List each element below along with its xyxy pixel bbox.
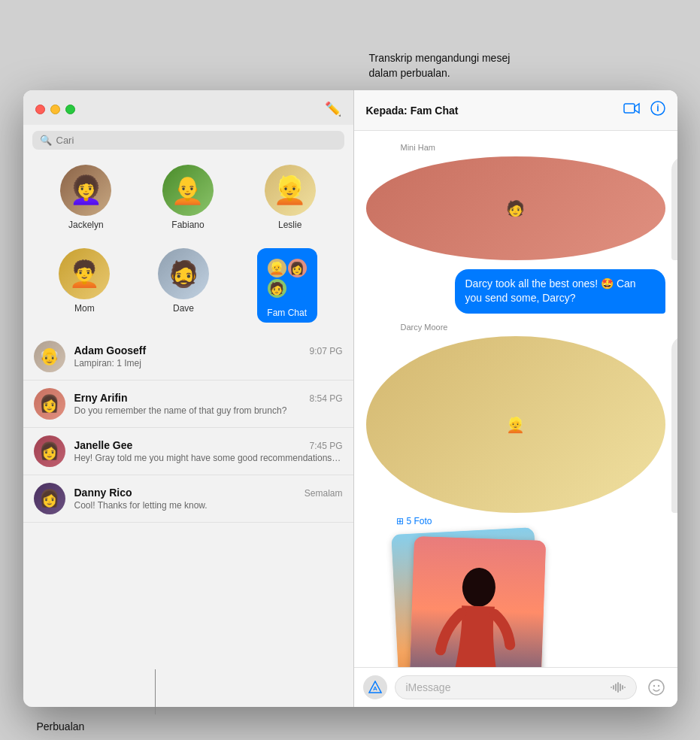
- conv-preview-adam: Lampiran: 1 Imej: [74, 358, 343, 368]
- message-input-field[interactable]: iMessage: [395, 675, 637, 699]
- svg-rect-16: [613, 685, 614, 690]
- bubble-darcy: I was just sorting through them. Here ar…: [671, 336, 677, 514]
- conv-name-janelle: Janelle Gee: [74, 439, 133, 451]
- chat-header-recipient: Kepada: Fam Chat: [366, 105, 459, 117]
- app-store-button[interactable]: A: [363, 675, 387, 699]
- conv-info-danny: Danny Rico Semalam Cool! Thanks for lett…: [74, 487, 343, 511]
- unread-dot-mom: [60, 290, 68, 298]
- avatar-janelle: 👩: [34, 435, 65, 467]
- close-button[interactable]: [35, 105, 45, 114]
- sidebar-titlebar: ✏️: [23, 90, 353, 125]
- svg-point-24: [657, 685, 659, 687]
- search-input[interactable]: [56, 135, 337, 146]
- svg-rect-15: [611, 687, 612, 688]
- conv-name-adam: Adam Gooseff: [74, 344, 147, 356]
- avatar-miniham: 🧑: [366, 156, 665, 260]
- avatar-mom: 🧑‍🦱: [59, 248, 110, 299]
- svg-rect-21: [624, 687, 626, 688]
- bubble-miniham: Such a great weekend! Who has pics to sh…: [671, 156, 677, 260]
- minimize-button[interactable]: [50, 105, 60, 114]
- conv-time-adam: 9:07 PG: [309, 346, 342, 356]
- svg-rect-20: [622, 685, 623, 690]
- audio-waveform-icon: [611, 682, 626, 693]
- conv-header-janelle: Janelle Gee 7:45 PG: [74, 439, 343, 451]
- photos-count: 5 Foto: [407, 516, 432, 526]
- msg-group-outgoing: Darcy took all the best ones! 🤩 Can you …: [366, 269, 665, 314]
- conv-preview-erny: Do you remember the name of that guy fro…: [74, 405, 343, 416]
- sender-name-miniham: Mini Ham: [401, 143, 665, 152]
- traffic-lights: [35, 105, 75, 114]
- conv-info-janelle: Janelle Gee 7:45 PG Hey! Gray told me yo…: [74, 439, 343, 463]
- photos-section: ⊞ 5 Foto: [396, 516, 665, 667]
- avatar-dave: 🧔: [158, 248, 209, 299]
- pinned-name-fabiano: Fabiano: [171, 220, 204, 230]
- msg-group-darcy: Darcy Moore 👱 I was just sorting through…: [366, 323, 665, 667]
- svg-point-23: [653, 685, 654, 687]
- pinned-leslie[interactable]: 👱 Leslie: [265, 165, 316, 230]
- pinned-mom[interactable]: 🧑‍🦱 Mom: [59, 248, 110, 323]
- chat-input-bar: A iMessage: [354, 667, 677, 707]
- conv-item-danny[interactable]: 👩 Danny Rico Semalam Cool! Thanks for le…: [23, 475, 353, 523]
- msg-row-miniham: 🧑 Such a great weekend! Who has pics to …: [366, 156, 665, 260]
- svg-rect-18: [617, 682, 619, 693]
- avatar-adam: 👴: [34, 341, 65, 372]
- pinned-jackelyn[interactable]: 👩‍🦱 Jackelyn: [60, 165, 111, 230]
- pinned-famchat[interactable]: 👱 👩 🧑 Fam Chat: [257, 248, 317, 323]
- conv-preview-janelle: Hey! Gray told me you might have some go…: [74, 453, 343, 463]
- pinned-name-famchat: Fam Chat: [267, 308, 307, 318]
- pinned-fabiano[interactable]: 🧑‍🦲 Fabiano: [162, 165, 214, 230]
- grid-icon: ⊞: [396, 516, 404, 526]
- avatar-jackelyn: 👩‍🦱: [60, 165, 111, 216]
- pinned-dave[interactable]: 🧔 Dave: [158, 248, 209, 323]
- svg-rect-0: [624, 104, 635, 113]
- pinned-contacts-row2: 🧑‍🦱 Mom 🧔 Dave 👱 👩 🧑: [23, 241, 353, 333]
- pinned-contacts: 👩‍🦱 Jackelyn 🧑‍🦲 Fabiano 👱 Leslie: [23, 157, 353, 241]
- fullscreen-button[interactable]: [65, 105, 75, 114]
- info-icon[interactable]: i: [650, 101, 665, 120]
- conv-time-erny: 8:54 PG: [309, 393, 342, 404]
- msg-row-darcy: 👱 I was just sorting through them. Here …: [366, 336, 665, 514]
- sidebar: ✏️ 🔍 👩‍🦱 Jackelyn 🧑‍🦲 Fabiano 👱 Leslie: [23, 90, 354, 707]
- search-icon: 🔍: [40, 135, 52, 146]
- search-bar: 🔍: [32, 131, 344, 150]
- messages-area: Mini Ham 🧑 Such a great weekend! Who has…: [354, 131, 677, 667]
- pinned-name-jackelyn: Jackelyn: [68, 220, 104, 230]
- svg-rect-17: [615, 684, 617, 691]
- avatar-erny: 👩: [34, 388, 65, 420]
- avatar-darcy: 👱: [366, 336, 665, 514]
- chat-header: Kepada: Fam Chat i: [354, 90, 677, 131]
- pinned-name-dave: Dave: [173, 303, 194, 314]
- annotation-perbualan: Perbualan: [37, 720, 85, 732]
- compose-icon[interactable]: ✏️: [325, 101, 341, 117]
- chat-header-actions: i: [623, 101, 665, 120]
- annotation-line-perbualan: [155, 669, 156, 714]
- photos-label: ⊞ 5 Foto: [396, 516, 665, 526]
- svg-point-22: [649, 680, 664, 695]
- photo-card-front: [408, 536, 545, 667]
- conv-item-adam[interactable]: 👴 Adam Gooseff 9:07 PG Lampiran: 1 Imej: [23, 333, 353, 381]
- conv-name-danny: Danny Rico: [74, 487, 132, 499]
- conv-header-danny: Danny Rico Semalam: [74, 487, 343, 499]
- photo-stack[interactable]: [396, 531, 547, 667]
- conv-time-janelle: 7:45 PG: [309, 441, 342, 451]
- svg-text:A: A: [373, 685, 377, 692]
- conv-time-danny: Semalam: [305, 488, 343, 499]
- emoji-button[interactable]: [644, 675, 668, 699]
- tooltip-content: Transkrip mengandungi mesej dalam perbua…: [369, 52, 511, 79]
- msg-row-outgoing: Darcy took all the best ones! 🤩 Can you …: [366, 269, 665, 314]
- bubble-outgoing: Darcy took all the best ones! 🤩 Can you …: [455, 269, 665, 314]
- to-label: Kepada:: [366, 105, 408, 117]
- conv-preview-danny: Cool! Thanks for letting me know.: [74, 500, 343, 511]
- input-placeholder: iMessage: [406, 681, 451, 693]
- recipient-name: Fam Chat: [411, 105, 459, 117]
- main-chat: Kepada: Fam Chat i: [354, 90, 677, 707]
- conv-item-erny[interactable]: 👩 Erny Arifin 8:54 PG Do you remember th…: [23, 381, 353, 428]
- conversation-list: 👴 Adam Gooseff 9:07 PG Lampiran: 1 Imej …: [23, 333, 353, 707]
- sender-name-darcy: Darcy Moore: [401, 323, 665, 332]
- conv-info-adam: Adam Gooseff 9:07 PG Lampiran: 1 Imej: [74, 344, 343, 368]
- video-call-icon[interactable]: [623, 102, 640, 118]
- conv-item-janelle[interactable]: 👩 Janelle Gee 7:45 PG Hey! Gray told me …: [23, 428, 353, 475]
- msg-group-miniham: Mini Ham 🧑 Such a great weekend! Who has…: [366, 143, 665, 260]
- avatar-fabiano: 🧑‍🦲: [162, 165, 214, 216]
- svg-text:i: i: [656, 103, 659, 114]
